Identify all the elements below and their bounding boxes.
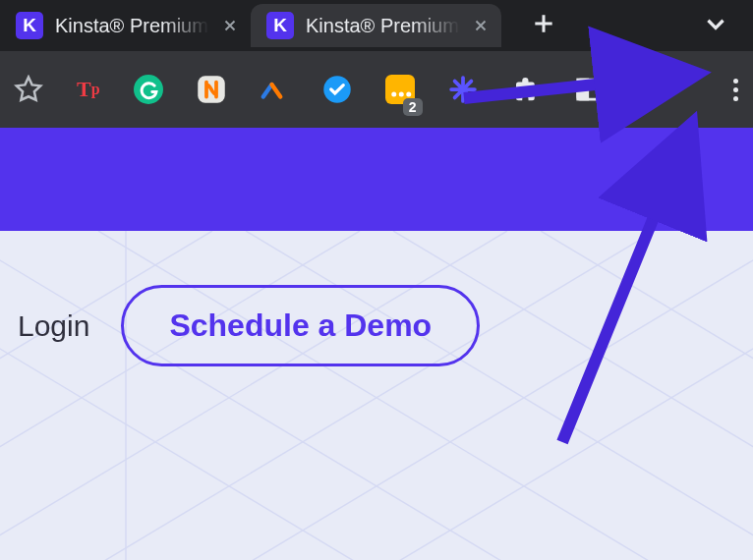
checkmark-icon[interactable] bbox=[322, 73, 352, 106]
tab-title: Kinsta® Premium bbox=[306, 15, 460, 37]
lastpass-icon[interactable]: 2 bbox=[385, 73, 415, 106]
new-tab-button[interactable] bbox=[531, 11, 556, 40]
browser-tab-1[interactable]: K Kinsta® Premium bbox=[251, 4, 501, 47]
grammarly-icon[interactable] bbox=[134, 73, 163, 106]
svg-rect-12 bbox=[577, 80, 587, 99]
close-icon[interactable] bbox=[472, 17, 490, 34]
bookmark-star-icon[interactable] bbox=[14, 73, 43, 106]
chevron-left-icon[interactable] bbox=[676, 162, 706, 209]
browser-toolbar: Tp 2 bbox=[0, 51, 753, 128]
side-panel-icon[interactable] bbox=[574, 73, 604, 106]
schedule-demo-button[interactable]: Schedule a Demo bbox=[121, 285, 480, 366]
honey-icon[interactable] bbox=[197, 73, 226, 106]
kinsta-favicon-icon: K bbox=[16, 12, 43, 39]
extensions-puzzle-icon[interactable] bbox=[511, 73, 541, 106]
extension-badge: 2 bbox=[403, 98, 423, 116]
tab-title: Kinsta® Premium bbox=[55, 15, 209, 37]
svg-point-4 bbox=[391, 92, 396, 97]
close-icon[interactable] bbox=[221, 17, 239, 34]
tp-extension-icon[interactable]: Tp bbox=[77, 73, 100, 106]
site-banner bbox=[0, 128, 753, 231]
browser-tab-0[interactable]: K Kinsta® Premium bbox=[0, 4, 251, 47]
account-square-icon[interactable] bbox=[637, 73, 666, 106]
page-content: Login Schedule a Demo bbox=[0, 231, 753, 560]
svg-rect-13 bbox=[639, 78, 664, 102]
browser-menu-kebab-icon[interactable] bbox=[733, 79, 739, 101]
tab-strip: K Kinsta® Premium K Kinsta® Premium bbox=[0, 0, 753, 51]
loom-icon[interactable] bbox=[448, 73, 478, 106]
tabs-dropdown-icon[interactable] bbox=[703, 11, 728, 40]
login-link[interactable]: Login bbox=[18, 309, 89, 343]
svg-point-0 bbox=[134, 75, 163, 104]
svg-point-6 bbox=[406, 92, 411, 97]
kinsta-favicon-icon: K bbox=[266, 12, 294, 39]
svg-point-5 bbox=[398, 92, 403, 97]
ahrefs-icon[interactable] bbox=[260, 73, 289, 106]
